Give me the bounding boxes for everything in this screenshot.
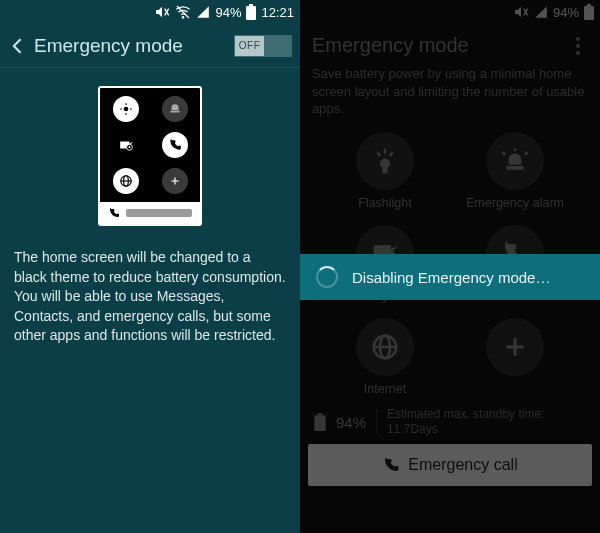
more-menu-icon[interactable] — [568, 37, 588, 55]
preview-flashlight-icon — [113, 96, 139, 122]
signal-icon — [196, 5, 210, 19]
emergency-call-button[interactable]: Emergency call — [308, 444, 592, 486]
preview-alarm-icon — [162, 96, 188, 122]
internet-app[interactable]: Internet — [320, 318, 450, 397]
flashlight-icon — [370, 146, 400, 176]
preview-add-icon — [162, 168, 188, 194]
alarm-icon — [500, 146, 530, 176]
svg-rect-34 — [318, 413, 323, 415]
standby-label: Estimated max. standby time: — [387, 407, 544, 423]
description-text: The home screen will be changed to a bla… — [0, 238, 300, 356]
description-text: Save battery power by using a minimal ho… — [300, 61, 600, 128]
battery-pct: 94% — [553, 5, 579, 20]
svg-rect-33 — [314, 415, 325, 431]
standby-value: 11.7Days — [387, 422, 544, 438]
title-bar: Emergency mode OFF — [0, 24, 300, 68]
battery-row: 94% Estimated max. standby time: 11.7Day… — [300, 397, 600, 444]
app-label: Emergency alarm — [466, 196, 564, 211]
svg-point-6 — [123, 107, 128, 112]
battery-icon — [584, 4, 594, 20]
battery-pct-large: 94% — [336, 414, 366, 431]
preview-phone-icon — [162, 132, 188, 158]
svg-rect-7 — [170, 111, 179, 113]
preview-thumbnail — [0, 68, 300, 238]
globe-icon — [370, 332, 400, 362]
battery-icon — [314, 413, 326, 431]
spinner-icon — [316, 266, 338, 288]
page-title: Emergency mode — [312, 34, 568, 57]
battery-pct: 94% — [215, 5, 241, 20]
toast-text: Disabling Emergency mode… — [352, 269, 550, 286]
svg-point-2 — [183, 17, 184, 18]
wifi-off-icon — [175, 4, 191, 20]
clock: 12:21 — [261, 5, 294, 20]
phone-icon — [382, 456, 400, 474]
emergency-alarm-app[interactable]: Emergency alarm — [450, 132, 580, 211]
preview-internet-icon — [113, 168, 139, 194]
battery-icon — [246, 4, 256, 20]
header: Emergency mode — [300, 24, 600, 61]
svg-rect-5 — [249, 4, 253, 6]
back-icon[interactable] — [8, 36, 28, 56]
svg-rect-22 — [383, 166, 388, 174]
page-title: Emergency mode — [34, 35, 234, 57]
emergency-mode-toggle[interactable]: OFF — [234, 35, 292, 57]
disabling-toast: Disabling Emergency mode… — [300, 254, 600, 300]
add-app[interactable] — [450, 318, 580, 397]
mute-icon — [513, 4, 529, 20]
svg-rect-4 — [246, 6, 256, 20]
signal-icon — [534, 5, 548, 19]
svg-point-11 — [128, 146, 129, 147]
settings-screen: 94% 12:21 Emergency mode OFF — [0, 0, 300, 533]
app-label: Internet — [364, 382, 406, 397]
emergency-home-screen: 94% Emergency mode Save battery power by… — [300, 0, 600, 533]
app-label: Flashlight — [358, 196, 412, 211]
app-label — [513, 382, 516, 397]
status-bar: 94% — [300, 0, 600, 24]
plus-icon — [500, 332, 530, 362]
preview-call-bar — [100, 202, 200, 224]
mute-icon — [154, 4, 170, 20]
phone-icon — [108, 207, 120, 219]
flashlight-app[interactable]: Flashlight — [320, 132, 450, 211]
svg-rect-23 — [506, 166, 524, 170]
status-bar: 94% 12:21 — [0, 0, 300, 24]
svg-rect-19 — [584, 6, 594, 20]
toggle-off-label: OFF — [235, 36, 264, 56]
emergency-call-label: Emergency call — [408, 456, 517, 474]
svg-rect-20 — [587, 4, 591, 6]
preview-share-icon — [113, 132, 139, 158]
